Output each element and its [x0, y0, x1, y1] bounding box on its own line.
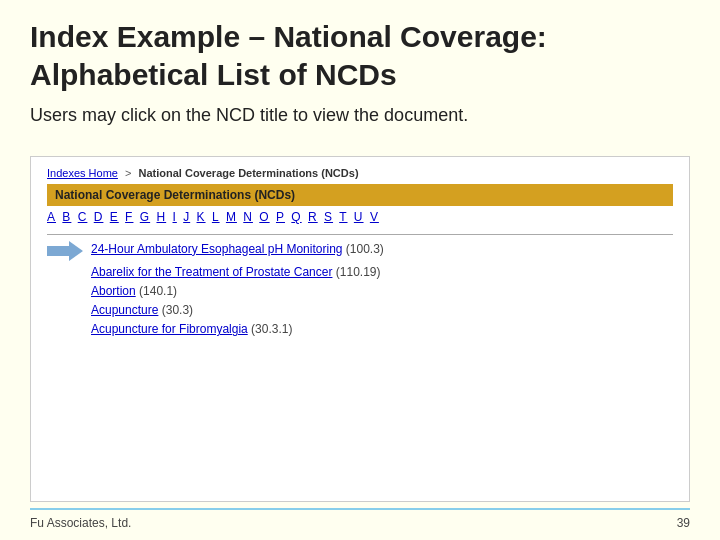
footer-right: 39 [677, 516, 690, 530]
item-num-4: (30.3.1) [248, 322, 293, 336]
footer-left: Fu Associates, Ltd. [30, 516, 131, 530]
footer-bar: Fu Associates, Ltd. 39 [30, 508, 690, 530]
item-link-0[interactable]: 24-Hour Ambulatory Esophageal pH Monitor… [91, 242, 342, 256]
main-title: Index Example – National Coverage: Alpha… [30, 18, 690, 93]
alpha-letter-R[interactable]: R [308, 210, 318, 224]
alpha-nav: A B C D E F G H I J K L M N O P Q R S T … [47, 210, 673, 224]
list-item: Abarelix for the Treatment of Prostate C… [91, 265, 673, 279]
alpha-letter-A[interactable]: A [47, 210, 56, 224]
breadcrumb-current: National Coverage Determinations (NCDs) [139, 167, 359, 179]
alpha-letter-D[interactable]: D [94, 210, 104, 224]
list-item: Acupuncture (30.3) [91, 303, 673, 317]
alpha-letter-J[interactable]: J [183, 210, 190, 224]
alpha-letter-I[interactable]: I [173, 210, 177, 224]
item-link-3[interactable]: Acupuncture [91, 303, 158, 317]
alpha-letter-E[interactable]: E [110, 210, 119, 224]
item-link-1[interactable]: Abarelix for the Treatment of Prostate C… [91, 265, 332, 279]
item-num-3: (30.3) [158, 303, 193, 317]
demo-box: Indexes Home > National Coverage Determi… [30, 156, 690, 502]
alpha-letter-U[interactable]: U [354, 210, 364, 224]
item-list: Abarelix for the Treatment of Prostate C… [91, 265, 673, 336]
alpha-letter-L[interactable]: L [212, 210, 220, 224]
alpha-letter-K[interactable]: K [197, 210, 206, 224]
first-item-row: 24-Hour Ambulatory Esophageal pH Monitor… [47, 241, 673, 261]
alpha-letter-O[interactable]: O [259, 210, 269, 224]
alpha-letter-F[interactable]: F [125, 210, 133, 224]
item-link-2[interactable]: Abortion [91, 284, 136, 298]
breadcrumb: Indexes Home > National Coverage Determi… [47, 167, 673, 179]
list-item-first: 24-Hour Ambulatory Esophageal pH Monitor… [91, 242, 384, 256]
alpha-letter-Q[interactable]: Q [291, 210, 301, 224]
item-num-0: (100.3) [346, 242, 384, 256]
alpha-letter-G[interactable]: G [140, 210, 150, 224]
alpha-letter-B[interactable]: B [62, 210, 71, 224]
ncd-header-bar: National Coverage Determinations (NCDs) [47, 184, 673, 206]
alpha-letter-H[interactable]: H [156, 210, 166, 224]
alpha-letter-S[interactable]: S [324, 210, 333, 224]
list-item: Acupuncture for Fibromyalgia (30.3.1) [91, 322, 673, 336]
title-line2: Alphabetical List of NCDs [30, 58, 397, 91]
title-section: Index Example – National Coverage: Alpha… [30, 18, 690, 140]
alpha-letter-N[interactable]: N [243, 210, 253, 224]
page-container: Index Example – National Coverage: Alpha… [0, 0, 720, 540]
breadcrumb-link[interactable]: Indexes Home [47, 167, 118, 179]
alpha-letter-C[interactable]: C [78, 210, 88, 224]
alpha-letter-P[interactable]: P [276, 210, 285, 224]
list-item: Abortion (140.1) [91, 284, 673, 298]
item-num-2: (140.1) [136, 284, 177, 298]
arrow-icon [47, 241, 83, 261]
item-link-4[interactable]: Acupuncture for Fibromyalgia [91, 322, 248, 336]
svg-marker-0 [47, 241, 83, 261]
alpha-letter-T[interactable]: T [339, 210, 347, 224]
divider-line [47, 234, 673, 235]
alpha-letter-V[interactable]: V [370, 210, 379, 224]
title-line1: Index Example – National Coverage: [30, 20, 547, 53]
subtitle-text: Users may click on the NCD title to view… [30, 103, 690, 128]
breadcrumb-separator: > [125, 167, 131, 179]
alpha-letter-M[interactable]: M [226, 210, 237, 224]
item-num-1: (110.19) [332, 265, 380, 279]
